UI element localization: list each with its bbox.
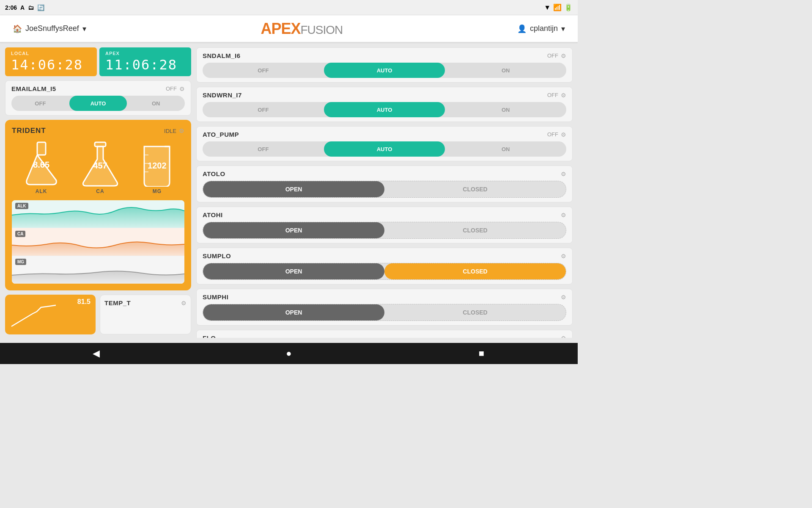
- sndalm-on-btn[interactable]: ON: [445, 63, 566, 78]
- email-alarm-off-btn[interactable]: OFF: [11, 96, 69, 111]
- email-alarm-auto-btn[interactable]: AUTO: [69, 96, 127, 111]
- temp-t-title: TEMP_T: [104, 299, 131, 306]
- atolo-header: ATOLO ⚙: [203, 170, 566, 177]
- clock-row: LOCAL 14:06:28 APEX 11:06:28: [5, 47, 191, 76]
- nav-home-chevron: ▾: [82, 24, 86, 33]
- atolo-title: ATOLO: [203, 170, 225, 177]
- flo-header: FLO ⚙: [203, 334, 566, 338]
- flo-gear-icon[interactable]: ⚙: [561, 335, 566, 338]
- mg-value: 1202: [148, 161, 167, 171]
- nav-logo: APEXFUSION: [261, 20, 343, 38]
- atolo-card: ATOLO ⚙ OPEN CLOSED: [196, 166, 573, 202]
- atohi-toggle[interactable]: OPEN CLOSED: [203, 222, 566, 239]
- ato-pump-off-btn[interactable]: OFF: [203, 141, 324, 157]
- logo-fusion: FUSION: [300, 23, 343, 36]
- alk-label: ALK: [36, 188, 47, 194]
- sumplo-open-btn[interactable]: OPEN: [203, 263, 384, 279]
- nav-home-button[interactable]: ●: [280, 345, 297, 362]
- atohi-closed-btn[interactable]: CLOSED: [384, 222, 566, 238]
- email-alarm-on-btn[interactable]: ON: [127, 96, 185, 111]
- email-alarm-status: OFF ⚙: [166, 86, 185, 92]
- nav-recent-button[interactable]: ■: [473, 345, 490, 362]
- trident-gear-icon[interactable]: ⚙: [179, 127, 184, 134]
- atohi-open-btn[interactable]: OPEN: [203, 222, 384, 238]
- sndwrn-on-btn[interactable]: ON: [445, 102, 566, 117]
- ato-pump-auto-btn[interactable]: AUTO: [324, 141, 445, 157]
- atolo-toggle[interactable]: OPEN CLOSED: [203, 181, 566, 198]
- sumphi-toggle[interactable]: OPEN CLOSED: [203, 304, 566, 321]
- local-clock: LOCAL 14:06:28: [5, 47, 97, 76]
- sumplo-gear-icon[interactable]: ⚙: [561, 253, 566, 260]
- sndwrn-off-btn[interactable]: OFF: [203, 102, 324, 117]
- alk-chart-row: ALK: [12, 200, 184, 228]
- temp-chart-svg: [9, 299, 60, 329]
- sndalm-off-btn[interactable]: OFF: [203, 63, 324, 78]
- ato-pump-gear-icon[interactable]: ⚙: [561, 131, 566, 138]
- ca-flask: 457 CA: [81, 140, 119, 194]
- flasks-row: 8.65 ALK 457 CA: [12, 140, 184, 194]
- atolo-open-btn[interactable]: OPEN: [203, 181, 384, 197]
- top-nav: 🏠 JoeSnuffysReef ▾ APEXFUSION 👤 cplantij…: [0, 15, 578, 42]
- apex-clock: APEX 11:06:28: [99, 47, 191, 76]
- bottom-nav-bar: ◀ ● ■: [0, 343, 578, 364]
- nav-user[interactable]: 👤 cplantijn ▾: [517, 24, 565, 33]
- ato-pump-on-btn[interactable]: ON: [445, 141, 566, 157]
- alk-flask: 8.65 ALK: [22, 140, 60, 194]
- temp-sensor-value: 81.5: [77, 298, 91, 306]
- sndwrn-status: OFF ⚙: [547, 92, 566, 99]
- sumphi-closed-btn[interactable]: CLOSED: [384, 304, 566, 320]
- email-alarm-header: EMAILALM_I5 OFF ⚙: [11, 85, 185, 92]
- temp-t-card: TEMP_T ⚙: [100, 295, 191, 334]
- ca-chart-label: CA: [15, 231, 25, 237]
- sndwrn-gear-icon[interactable]: ⚙: [561, 92, 566, 99]
- sndalm-gear-icon[interactable]: ⚙: [561, 52, 566, 59]
- nav-user-label: cplantijn: [530, 24, 558, 33]
- temp-t-gear-icon[interactable]: ⚙: [181, 300, 187, 306]
- sndalm-auto-btn[interactable]: AUTO: [324, 63, 445, 78]
- ato-pump-toggle[interactable]: OFF AUTO ON: [203, 141, 566, 157]
- main-content: LOCAL 14:06:28 APEX 11:06:28 EMAILALM_I5…: [0, 42, 578, 343]
- nav-home[interactable]: 🏠 JoeSnuffysReef ▾: [13, 24, 86, 33]
- wifi-icon: ▼: [544, 4, 551, 11]
- sumphi-open-btn[interactable]: OPEN: [203, 304, 384, 320]
- status-bar: 2:06 A 🗂 🔄 ▼ 📶 🔋: [0, 0, 578, 15]
- sumphi-card: SUMPHI ⚙ OPEN CLOSED: [196, 289, 573, 326]
- sumplo-closed-btn[interactable]: CLOSED: [384, 263, 566, 279]
- atohi-card: ATOHI ⚙ OPEN CLOSED: [196, 207, 573, 243]
- local-clock-label: LOCAL: [11, 51, 91, 56]
- ca-label: CA: [96, 188, 104, 194]
- right-panel[interactable]: SNDALM_I6 OFF ⚙ OFF AUTO ON SNDWRN_I7 OF…: [196, 47, 573, 338]
- sndwrn-toggle[interactable]: OFF AUTO ON: [203, 102, 566, 117]
- flo-card-wrapper: FLO ⚙ 🌀 0 0: [196, 330, 573, 338]
- alk-flask-icon: 8.65: [22, 140, 60, 187]
- atohi-gear-icon[interactable]: ⚙: [561, 212, 566, 218]
- ca-flask-icon: 457: [81, 140, 119, 187]
- atohi-title: ATOHI: [203, 211, 223, 218]
- sumphi-gear-icon[interactable]: ⚙: [561, 294, 566, 301]
- mg-flask: 1202 MG: [140, 144, 174, 194]
- atolo-gear-icon[interactable]: ⚙: [561, 171, 566, 177]
- trident-title: TRIDENT: [12, 127, 46, 135]
- sumphi-header: SUMPHI ⚙: [203, 293, 566, 301]
- sndwrn-header: SNDWRN_I7 OFF ⚙: [203, 91, 566, 99]
- local-clock-time: 14:06:28: [11, 57, 91, 73]
- bottom-left-row: 81.5 TEMP_T ⚙: [5, 295, 191, 334]
- email-alarm-toggle[interactable]: OFF AUTO ON: [11, 96, 185, 111]
- battery-icon: 🔋: [564, 3, 573, 11]
- sumplo-card: SUMPLO ⚙ OPEN CLOSED: [196, 248, 573, 284]
- sumplo-header: SUMPLO ⚙: [203, 252, 566, 260]
- nav-user-chevron: ▾: [561, 24, 565, 33]
- email-alarm-gear-icon[interactable]: ⚙: [179, 86, 185, 92]
- nav-back-button[interactable]: ◀: [88, 345, 105, 362]
- sndalm-card: SNDALM_I6 OFF ⚙ OFF AUTO ON: [196, 47, 573, 83]
- ato-pump-status: OFF ⚙: [547, 131, 566, 138]
- mg-flask-icon: 1202: [140, 144, 174, 187]
- sumplo-toggle[interactable]: OPEN CLOSED: [203, 263, 566, 280]
- left-panel: LOCAL 14:06:28 APEX 11:06:28 EMAILALM_I5…: [5, 47, 191, 338]
- sndwrn-card: SNDWRN_I7 OFF ⚙ OFF AUTO ON: [196, 87, 573, 122]
- sumphi-title: SUMPHI: [203, 293, 228, 301]
- sndwrn-auto-btn[interactable]: AUTO: [324, 102, 445, 117]
- ca-chart-svg: [12, 228, 184, 256]
- atolo-closed-btn[interactable]: CLOSED: [384, 181, 566, 197]
- sndalm-toggle[interactable]: OFF AUTO ON: [203, 63, 566, 78]
